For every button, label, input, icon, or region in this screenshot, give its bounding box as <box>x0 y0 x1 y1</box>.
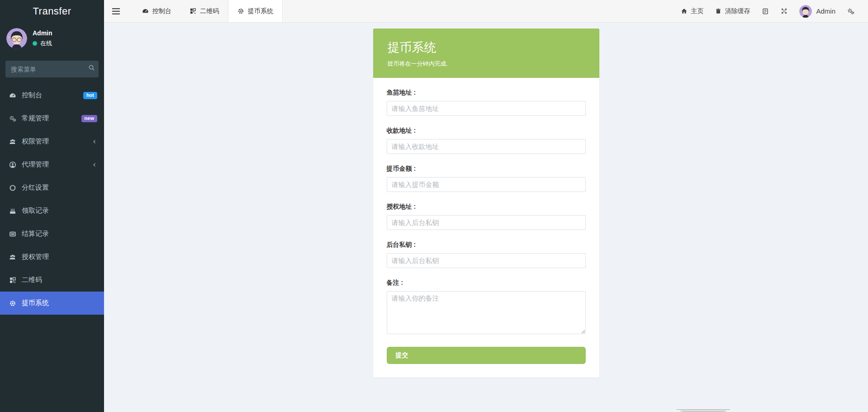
sidebar-menu: 控制台 hot 常规管理 new 权限管理 代理管理 分红设置 领取记录 <box>0 84 104 315</box>
sidebar-item-qrcode[interactable]: 二维码 <box>0 268 104 292</box>
user-panel: Admin 在线 <box>0 23 104 55</box>
navbar-user-name: Admin <box>816 7 835 15</box>
card-body: 鱼苗地址 : 收款地址 : 提币金额 : 授权地址 : 后台私钥 : <box>373 78 599 378</box>
sidebar-item-claim-records[interactable]: 领取记录 <box>0 199 104 222</box>
remark-label: 备注 : <box>387 279 586 287</box>
tab-qrcode[interactable]: 二维码 <box>180 0 228 22</box>
remark-textarea[interactable] <box>387 291 586 334</box>
chevron-left-icon <box>92 162 97 168</box>
tab-label: 控制台 <box>152 7 171 15</box>
sidebar-item-label: 授权管理 <box>22 253 97 261</box>
withdraw-form-card: 提币系统 提币将在一分钟内完成. 鱼苗地址 : 收款地址 : 提币金额 : 授权… <box>373 29 599 378</box>
sidebar-item-settle-records[interactable]: 结算记录 <box>0 222 104 245</box>
auth-address-label: 授权地址 : <box>387 203 586 211</box>
sidebar-item-permissions[interactable]: 权限管理 <box>0 130 104 153</box>
sidebar-item-withdraw-system[interactable]: 提币系统 <box>0 292 104 315</box>
settings-cogs-icon[interactable] <box>847 8 854 15</box>
user-status-label: 在线 <box>40 39 52 48</box>
sidebar-item-label: 权限管理 <box>22 137 92 146</box>
sidebar-item-label: 常规管理 <box>22 114 81 123</box>
content-area: 提币系统 提币将在一分钟内完成. 鱼苗地址 : 收款地址 : 提币金额 : 授权… <box>104 23 868 412</box>
qrcode-icon <box>190 8 196 14</box>
fry-address-label: 鱼苗地址 : <box>387 89 586 97</box>
user-name: Admin <box>33 29 52 37</box>
home-label: 主页 <box>691 7 703 15</box>
backend-key-label: 后台私钥 : <box>387 241 586 249</box>
gear-icon <box>237 8 244 14</box>
avatar <box>799 5 812 18</box>
language-book-icon[interactable] <box>762 8 769 15</box>
card-subtitle: 提币将在一分钟内完成. <box>388 60 585 68</box>
sidebar-item-dividends[interactable]: 分红设置 <box>0 176 104 199</box>
home-icon <box>681 8 688 14</box>
trash-icon <box>715 8 721 14</box>
circle-icon <box>8 184 17 192</box>
avatar <box>6 28 27 49</box>
hot-badge: hot <box>83 92 97 99</box>
submit-button[interactable]: 提交 <box>387 347 586 364</box>
tab-console[interactable]: 控制台 <box>133 0 180 22</box>
sidebar-item-label: 分红设置 <box>22 183 97 192</box>
user-status: 在线 <box>33 39 52 48</box>
payee-address-input[interactable] <box>387 139 586 154</box>
card-title: 提币系统 <box>388 39 585 56</box>
brand-title: Transfer <box>0 0 104 23</box>
qrcode-icon <box>8 277 17 284</box>
tab-label: 提币系统 <box>248 7 273 15</box>
chevron-left-icon <box>92 139 97 144</box>
auth-address-input[interactable] <box>387 215 586 230</box>
main-area: 控制台 二维码 提币系统 主页 清除缓存 <box>104 0 868 412</box>
withdraw-amount-input[interactable] <box>387 177 586 192</box>
clear-cache-link[interactable]: 清除缓存 <box>715 7 750 15</box>
fullscreen-icon[interactable] <box>781 8 787 14</box>
sidebar-item-general[interactable]: 常规管理 new <box>0 107 104 130</box>
tab-label: 二维码 <box>200 7 219 15</box>
settle-icon <box>8 230 17 238</box>
online-dot-icon <box>33 41 37 46</box>
hamburger-menu-icon[interactable] <box>104 0 128 22</box>
sidebar-item-label: 提币系统 <box>22 299 97 307</box>
users-icon <box>8 254 17 261</box>
fry-address-input[interactable] <box>387 101 586 116</box>
tab-bar: 控制台 二维码 提币系统 <box>133 0 283 22</box>
new-badge: new <box>81 115 97 122</box>
top-navbar: 控制台 二维码 提币系统 主页 清除缓存 <box>104 0 868 23</box>
menu-search-input[interactable] <box>5 61 99 77</box>
dashboard-icon <box>8 92 17 99</box>
sidebar-search <box>5 61 99 77</box>
backend-key-input[interactable] <box>387 253 586 268</box>
user-circle-icon <box>8 161 17 168</box>
users-icon <box>8 138 17 145</box>
dashboard-icon <box>142 8 149 14</box>
sidebar-item-console[interactable]: 控制台 hot <box>0 84 104 107</box>
payee-address-label: 收款地址 : <box>387 127 586 135</box>
sidebar: Transfer Admin 在线 控制台 hot 常规管理 new <box>0 0 104 412</box>
card-header: 提币系统 提币将在一分钟内完成. <box>373 29 599 78</box>
sidebar-item-label: 控制台 <box>22 91 83 100</box>
sidebar-item-agents[interactable]: 代理管理 <box>0 153 104 176</box>
search-icon[interactable] <box>88 64 95 71</box>
cake-icon <box>8 207 17 215</box>
sidebar-item-auth-manage[interactable]: 授权管理 <box>0 245 104 268</box>
sidebar-item-label: 结算记录 <box>22 230 97 238</box>
withdraw-amount-label: 提币金额 : <box>387 165 586 173</box>
sidebar-item-label: 二维码 <box>22 276 97 284</box>
home-link[interactable]: 主页 <box>681 7 703 15</box>
cogs-icon <box>8 115 17 122</box>
navbar-user-menu[interactable]: Admin <box>799 5 835 18</box>
sidebar-item-label: 领取记录 <box>22 206 97 215</box>
gear-icon <box>8 300 17 307</box>
tab-withdraw-system[interactable]: 提币系统 <box>228 0 283 22</box>
sidebar-item-label: 代理管理 <box>22 160 92 169</box>
navbar-right: 主页 清除缓存 Admin <box>681 0 868 22</box>
clear-cache-label: 清除缓存 <box>725 7 750 15</box>
